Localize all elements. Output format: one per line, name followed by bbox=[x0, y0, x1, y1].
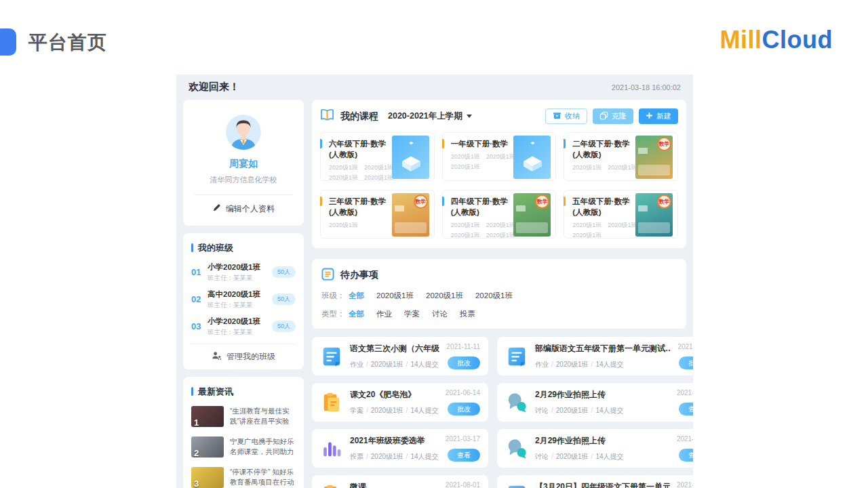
class-list-item[interactable]: 03 小学2020级1班 班主任：某某某 50人 bbox=[191, 317, 296, 337]
course-cover-placeholder bbox=[392, 136, 429, 179]
left-column: 周宴如 清华同方信息化学校 编辑个人资料 我的班级 01 小学2020级1班 bbox=[183, 100, 304, 488]
filter-label: 班级： bbox=[321, 291, 349, 301]
task-action-button[interactable]: 批改 bbox=[679, 357, 693, 369]
course-title: 一年级下册·数学 bbox=[451, 138, 515, 149]
course-class-tag: 2020级1班 bbox=[608, 163, 637, 172]
edit-profile-label: 编辑个人资料 bbox=[226, 203, 275, 215]
task-date: 2021-06-14 bbox=[446, 389, 480, 396]
clone-button[interactable]: 克隆 bbox=[593, 108, 633, 124]
class-teacher: 班主任：某某某 bbox=[208, 301, 272, 310]
profile-card: 周宴如 清华同方信息化学校 编辑个人资料 bbox=[183, 100, 304, 226]
course-card[interactable]: 三年级下册·数学(人教版) 2020级1班 数学 bbox=[320, 190, 435, 239]
todo-task-card[interactable]: 2月29作业拍照上传 讨论/2020级1班/14人提交 2021-06-20 查… bbox=[497, 383, 693, 422]
news-rank-number: 3 bbox=[194, 479, 199, 488]
course-title: 四年级下册·数学(人教版) bbox=[451, 196, 515, 218]
section-title-bar bbox=[191, 243, 193, 252]
task-submissions: 14人提交 bbox=[595, 361, 623, 368]
task-action-button[interactable]: 查看 bbox=[448, 449, 480, 462]
manage-classes-button[interactable]: 管理我的班级 bbox=[191, 344, 296, 363]
news-thumbnail: 2 bbox=[191, 436, 224, 458]
task-date: 2021-11-11 bbox=[677, 343, 693, 350]
filter-option[interactable]: 2020级1班 bbox=[376, 291, 414, 301]
lesson-plan-icon bbox=[320, 483, 343, 488]
discussion-icon bbox=[505, 437, 528, 460]
course-class-tag: 2020级1班 bbox=[572, 221, 601, 230]
todo-task-card[interactable]: 语文第三次小测（六年级） 作业/2020级1班/14人提交 2021-11-11… bbox=[312, 337, 488, 375]
task-date: 2021-06-20 bbox=[677, 389, 693, 396]
task-submissions: 14人提交 bbox=[410, 407, 438, 414]
brand-logo: MillCloud bbox=[720, 26, 833, 54]
class-name: 小学2020级1班 bbox=[208, 262, 272, 272]
my-classes-title: 我的班级 bbox=[191, 242, 296, 254]
task-class: 2020级1班 bbox=[556, 453, 589, 460]
latest-news-card: 最新资讯 1 “生涯教育与最佳实践”讲座在昌平实验学校顺利举办 2 宁夏广电携手… bbox=[183, 377, 304, 488]
task-title: 【3月20日】四年级语文下册第一单元… bbox=[535, 481, 670, 488]
edit-profile-button[interactable]: 编辑个人资料 bbox=[212, 203, 275, 216]
filter-option[interactable]: 作业 bbox=[376, 309, 392, 319]
news-rank-number: 2 bbox=[194, 448, 199, 458]
course-card[interactable]: 六年级下册·数学(人教版) 2020级1班2020级1班2020级1班2020级… bbox=[320, 132, 435, 181]
course-class-tag: 2020级1班 bbox=[364, 174, 393, 182]
my-courses-card: 我的课程 2020-2021年上学期 收纳 克隆 bbox=[312, 100, 686, 248]
task-submissions: 14人提交 bbox=[410, 453, 438, 460]
filter-option[interactable]: 全部 bbox=[349, 309, 364, 319]
class-list-item[interactable]: 02 高中2020级1班 班主任：某某某 50人 bbox=[191, 289, 296, 310]
todo-task-card[interactable]: 部编版语文五年级下册第一单元测试… 作业/2020级1班/14人提交 2021-… bbox=[497, 337, 693, 375]
todo-task-card[interactable]: 【3月20日】四年级语文下册第一单元… 作业/2020级1班/14人提交 202… bbox=[497, 475, 693, 488]
cover-illustration bbox=[516, 222, 548, 233]
course-card[interactable]: 一年级下册·数学 2020级1班2020级1班2020级1班 bbox=[442, 132, 557, 181]
filter-option[interactable]: 全部 bbox=[349, 291, 364, 301]
todo-task-card[interactable]: 课文20《肥皂泡》 学案/2020级1班/14人提交 2021-06-14 批改 bbox=[312, 383, 488, 422]
course-title: 六年级下册·数学(人教版) bbox=[329, 138, 393, 160]
task-title: 课文20《肥皂泡》 bbox=[350, 389, 439, 401]
cover-illustration bbox=[638, 222, 670, 233]
page-title: 平台首页 bbox=[28, 30, 107, 56]
news-title: 宁夏广电携手知好乐名师课堂，共同助力“停课不停学” bbox=[230, 436, 296, 459]
task-title: 微课 bbox=[350, 481, 439, 488]
todo-task-card[interactable]: 2021年班级班委选举 投票/2020级1班/14人提交 2021-03-17 … bbox=[312, 429, 488, 468]
course-cover-textbook: 数学 bbox=[635, 193, 673, 237]
news-item[interactable]: 2 宁夏广电携手知好乐名师课堂，共同助力“停课不停学” bbox=[191, 436, 296, 459]
create-button[interactable]: 新建 bbox=[639, 108, 678, 124]
task-action-button[interactable]: 查看 bbox=[679, 403, 693, 415]
task-action-button[interactable]: 批改 bbox=[448, 357, 480, 369]
todo-task-card[interactable]: 微课 学案/2020级1班/14人提交 2021-08-01 批改 bbox=[312, 475, 488, 488]
cover-grade-tag bbox=[638, 148, 648, 154]
task-meta: 学案/2020级1班/14人提交 bbox=[350, 406, 439, 415]
archive-button[interactable]: 收纳 bbox=[545, 108, 587, 124]
task-action-button[interactable]: 批改 bbox=[448, 403, 480, 415]
task-type: 投票 bbox=[350, 453, 363, 460]
filter-option[interactable]: 讨论 bbox=[432, 309, 448, 319]
semester-dropdown[interactable]: 2020-2021年上学期 bbox=[388, 110, 472, 122]
course-class-tag: 2020级1班 bbox=[486, 231, 515, 240]
course-card[interactable]: 二年级下册·数学(人教版) 2020级1班2020级1班 数学 bbox=[564, 132, 678, 181]
news-title: “生涯教育与最佳实践”讲座在昌平实验学校顺利举办 bbox=[230, 406, 296, 428]
task-type: 学案 bbox=[350, 407, 363, 414]
class-list-item[interactable]: 01 小学2020级1班 班主任：某某某 50人 bbox=[191, 262, 296, 283]
filter-option[interactable]: 学案 bbox=[404, 309, 420, 319]
todo-title: 待办事项 bbox=[340, 269, 378, 281]
course-card[interactable]: 四年级下册·数学(人教版) 2020级1班2020级1班2020级1班2020级… bbox=[442, 190, 557, 239]
todo-filter-row: 类型： 全部作业学案讨论投票 bbox=[321, 309, 677, 319]
task-title: 语文第三次小测（六年级） bbox=[350, 343, 439, 354]
filter-option[interactable]: 投票 bbox=[460, 309, 475, 319]
news-item[interactable]: 1 “生涯教育与最佳实践”讲座在昌平实验学校顺利举办 bbox=[191, 406, 296, 428]
filter-option[interactable]: 2020级1班 bbox=[475, 291, 513, 301]
course-title: 二年级下册·数学(人教版) bbox=[572, 138, 636, 160]
cover-grade-tag bbox=[516, 205, 526, 211]
filter-option[interactable]: 2020级1班 bbox=[426, 291, 463, 301]
course-class-tag: 2020级1班 bbox=[329, 221, 358, 230]
class-index: 01 bbox=[191, 267, 208, 277]
cover-subject-badge: 数学 bbox=[657, 137, 671, 151]
todo-task-card[interactable]: 2月29作业拍照上传 讨论/2020级1班/14人提交 2021-06-21 查… bbox=[497, 429, 693, 468]
task-class: 2020级1班 bbox=[556, 361, 589, 368]
course-class-tag: 2020级1班 bbox=[572, 163, 601, 172]
task-action-button[interactable]: 查看 bbox=[679, 449, 693, 462]
course-cover-placeholder bbox=[513, 136, 551, 179]
datetime-text: 2021-03-18 16:00:02 bbox=[612, 83, 681, 92]
my-courses-title: 我的课程 bbox=[340, 110, 378, 123]
task-class: 2020级1班 bbox=[556, 407, 589, 414]
class-index: 02 bbox=[191, 294, 208, 304]
news-item[interactable]: 3 “停课不停学” 知好乐教育番禺项目在行动 bbox=[191, 467, 296, 488]
course-card[interactable]: 五年级下册·数学(人教版) 2020级1班2020级1班2020级1班 数学 bbox=[564, 190, 678, 239]
